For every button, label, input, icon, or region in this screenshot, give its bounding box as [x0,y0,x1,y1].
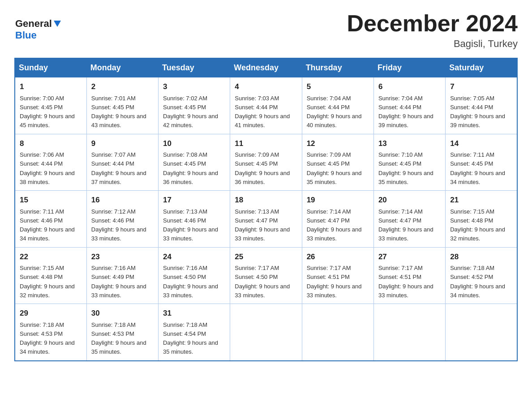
day-header-wednesday: Wednesday [230,58,302,77]
calendar-cell: 26Sunrise: 7:17 AMSunset: 4:51 PMDayligh… [302,247,373,304]
calendar-cell: 15Sunrise: 7:11 AMSunset: 4:46 PMDayligh… [15,191,86,248]
day-number: 11 [235,138,297,150]
calendar-cell: 28Sunrise: 7:18 AMSunset: 4:52 PMDayligh… [446,247,517,304]
calendar-cell: 31Sunrise: 7:18 AMSunset: 4:54 PMDayligh… [159,304,230,361]
day-number: 27 [378,251,441,263]
day-number: 21 [450,194,512,206]
calendar-cell: 13Sunrise: 7:10 AMSunset: 4:45 PMDayligh… [373,134,445,191]
day-info: Sunrise: 7:11 AMSunset: 4:46 PMDaylight:… [20,208,75,242]
day-info: Sunrise: 7:14 AMSunset: 4:47 PMDaylight:… [378,208,433,242]
day-header-tuesday: Tuesday [159,58,230,77]
day-number: 2 [91,81,154,93]
day-number: 13 [378,138,441,150]
day-info: Sunrise: 7:12 AMSunset: 4:46 PMDaylight:… [91,208,146,242]
day-info: Sunrise: 7:17 AMSunset: 4:50 PMDaylight:… [235,265,290,299]
day-info: Sunrise: 7:04 AMSunset: 4:44 PMDaylight:… [378,95,433,129]
svg-text:General: General [15,18,52,29]
day-number: 5 [307,81,369,93]
day-info: Sunrise: 7:01 AMSunset: 4:45 PMDaylight:… [91,95,146,129]
title-area: December 2024 Bagisli, Turkey [347,11,518,50]
day-number: 30 [91,308,154,319]
day-number: 6 [378,81,441,93]
calendar-cell: 29Sunrise: 7:18 AMSunset: 4:53 PMDayligh… [15,304,86,361]
svg-text:Blue: Blue [15,30,37,41]
day-number: 1 [20,81,82,93]
calendar-cell: 23Sunrise: 7:16 AMSunset: 4:49 PMDayligh… [86,247,158,304]
calendar-cell: 4Sunrise: 7:03 AMSunset: 4:44 PMDaylight… [230,77,302,134]
calendar-cell: 11Sunrise: 7:09 AMSunset: 4:45 PMDayligh… [230,134,302,191]
day-number: 17 [163,194,225,206]
calendar-cell: 14Sunrise: 7:11 AMSunset: 4:45 PMDayligh… [446,134,517,191]
day-number: 8 [20,138,82,150]
day-info: Sunrise: 7:03 AMSunset: 4:44 PMDaylight:… [235,95,290,129]
day-number: 18 [235,194,297,206]
calendar-cell [446,304,517,361]
day-info: Sunrise: 7:17 AMSunset: 4:51 PMDaylight:… [307,265,362,299]
day-info: Sunrise: 7:07 AMSunset: 4:44 PMDaylight:… [91,151,146,185]
calendar-week-row: 29Sunrise: 7:18 AMSunset: 4:53 PMDayligh… [15,304,517,361]
day-info: Sunrise: 7:18 AMSunset: 4:53 PMDaylight:… [91,321,146,355]
day-info: Sunrise: 7:06 AMSunset: 4:44 PMDaylight:… [20,151,75,185]
day-info: Sunrise: 7:10 AMSunset: 4:45 PMDaylight:… [378,151,433,185]
day-header-thursday: Thursday [302,58,373,77]
day-number: 31 [163,308,225,319]
day-info: Sunrise: 7:15 AMSunset: 4:48 PMDaylight:… [20,265,75,299]
day-info: Sunrise: 7:13 AMSunset: 4:47 PMDaylight:… [235,208,290,242]
calendar-cell: 2Sunrise: 7:01 AMSunset: 4:45 PMDaylight… [86,77,158,134]
day-header-monday: Monday [86,58,158,77]
calendar-cell: 24Sunrise: 7:16 AMSunset: 4:50 PMDayligh… [159,247,230,304]
calendar-cell: 1Sunrise: 7:00 AMSunset: 4:45 PMDaylight… [15,77,86,134]
day-info: Sunrise: 7:14 AMSunset: 4:47 PMDaylight:… [307,208,362,242]
logo: General Blue [14,11,68,42]
calendar-cell: 16Sunrise: 7:12 AMSunset: 4:46 PMDayligh… [86,191,158,248]
day-number: 12 [307,138,369,150]
day-number: 19 [307,194,369,206]
calendar-cell: 9Sunrise: 7:07 AMSunset: 4:44 PMDaylight… [86,134,158,191]
page-header: General Blue December 2024 Bagisli, Turk… [14,11,518,50]
calendar-cell: 20Sunrise: 7:14 AMSunset: 4:47 PMDayligh… [373,191,445,248]
day-info: Sunrise: 7:04 AMSunset: 4:44 PMDaylight:… [307,95,362,129]
calendar-cell: 8Sunrise: 7:06 AMSunset: 4:44 PMDaylight… [15,134,86,191]
day-header-sunday: Sunday [15,58,86,77]
day-info: Sunrise: 7:18 AMSunset: 4:53 PMDaylight:… [20,321,75,355]
day-number: 15 [20,194,82,206]
day-info: Sunrise: 7:09 AMSunset: 4:45 PMDaylight:… [307,151,362,185]
day-number: 16 [91,194,154,206]
day-info: Sunrise: 7:02 AMSunset: 4:45 PMDaylight:… [163,95,218,129]
day-number: 20 [378,194,441,206]
day-info: Sunrise: 7:11 AMSunset: 4:45 PMDaylight:… [450,151,505,185]
day-info: Sunrise: 7:00 AMSunset: 4:45 PMDaylight:… [20,95,75,129]
calendar-cell: 30Sunrise: 7:18 AMSunset: 4:53 PMDayligh… [86,304,158,361]
day-number: 7 [450,81,512,93]
day-number: 3 [163,81,225,93]
calendar-cell [230,304,302,361]
calendar-cell [373,304,445,361]
day-number: 28 [450,251,512,263]
calendar-header-row: SundayMondayTuesdayWednesdayThursdayFrid… [15,58,517,77]
calendar-cell: 19Sunrise: 7:14 AMSunset: 4:47 PMDayligh… [302,191,373,248]
day-info: Sunrise: 7:18 AMSunset: 4:52 PMDaylight:… [450,265,505,299]
svg-marker-1 [54,21,61,27]
calendar-cell: 3Sunrise: 7:02 AMSunset: 4:45 PMDaylight… [159,77,230,134]
calendar-table: SundayMondayTuesdayWednesdayThursdayFrid… [14,58,518,361]
day-header-saturday: Saturday [446,58,517,77]
location: Bagisli, Turkey [347,38,518,50]
calendar-cell: 18Sunrise: 7:13 AMSunset: 4:47 PMDayligh… [230,191,302,248]
day-number: 24 [163,251,225,263]
day-number: 22 [20,251,82,263]
calendar-cell: 17Sunrise: 7:13 AMSunset: 4:46 PMDayligh… [159,191,230,248]
day-info: Sunrise: 7:09 AMSunset: 4:45 PMDaylight:… [235,151,290,185]
calendar-cell: 22Sunrise: 7:15 AMSunset: 4:48 PMDayligh… [15,247,86,304]
calendar-cell [302,304,373,361]
month-title: December 2024 [347,11,518,36]
calendar-week-row: 22Sunrise: 7:15 AMSunset: 4:48 PMDayligh… [15,247,517,304]
day-number: 9 [91,138,154,150]
day-number: 10 [163,138,225,150]
day-header-friday: Friday [373,58,445,77]
logo-icon: General Blue [14,11,68,42]
calendar-cell: 5Sunrise: 7:04 AMSunset: 4:44 PMDaylight… [302,77,373,134]
day-number: 14 [450,138,512,150]
calendar-cell: 12Sunrise: 7:09 AMSunset: 4:45 PMDayligh… [302,134,373,191]
day-number: 4 [235,81,297,93]
calendar-cell: 25Sunrise: 7:17 AMSunset: 4:50 PMDayligh… [230,247,302,304]
